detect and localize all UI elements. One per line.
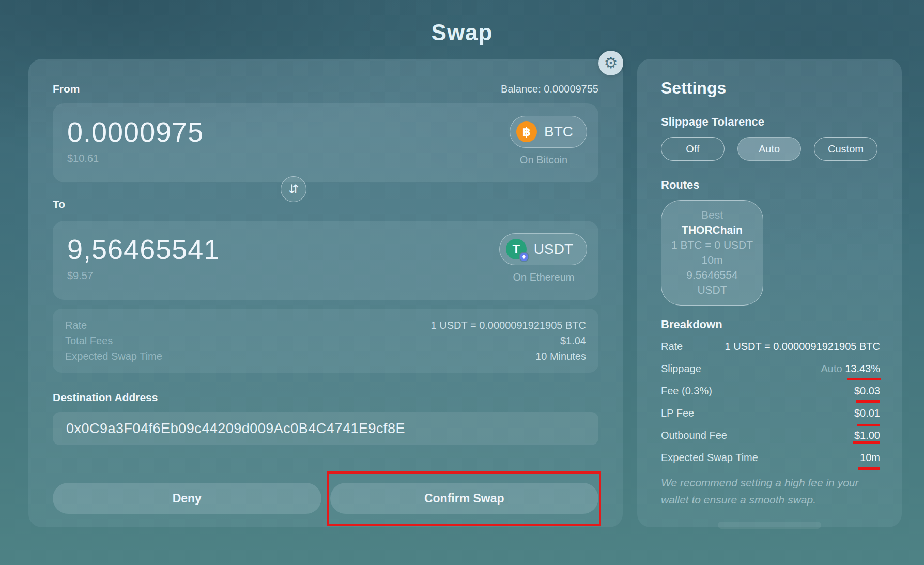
confirm-swap-button[interactable]: Confirm Swap [330, 483, 599, 514]
slippage-off-button[interactable]: Off [661, 137, 725, 161]
from-token-box: 0.0000975 $10.61 ฿ BTC On Bitcoin [53, 103, 598, 182]
to-label: To [53, 198, 65, 210]
slippage-tolerance-label: Slippage Tolarence [661, 115, 880, 129]
settings-panel: Settings Slippage Tolarence Off Auto Cus… [637, 59, 902, 527]
route-amount: 9.5646554 [665, 267, 760, 282]
swap-summary-box: Rate 1 USDT = 0.0000091921905 BTC Total … [53, 309, 598, 373]
from-amount-input[interactable]: 0.0000975 [67, 116, 586, 148]
breakdown-label: Breakdown [661, 318, 880, 331]
route-time: 10m [665, 252, 760, 267]
from-label: From [53, 83, 80, 95]
red-underline-annotation [858, 467, 880, 470]
swap-direction-icon: ⇵ [288, 182, 299, 196]
route-provider: THORChain [665, 222, 760, 237]
breakdown-row-outbound-fee: Outbound Fee $1.00 [661, 424, 880, 447]
faded-element [718, 522, 821, 529]
to-token-box: 9,56465541 $9.57 T ♦ USDT On Ethereum [53, 221, 598, 300]
page-title: Swap [0, 20, 924, 45]
destination-address-input[interactable]: 0x0C9a3F04f6Eb09c44209d009Ac0B4C4741E9cf… [53, 412, 598, 445]
route-option-best[interactable]: Best THORChain 1 BTC = 0 USDT 10m 9.5646… [661, 200, 763, 306]
settings-title: Settings [661, 79, 880, 98]
slippage-custom-button[interactable]: Custom [814, 137, 877, 161]
to-token-name: USDT [534, 241, 573, 257]
swap-card: From Balance: 0.00009755 0.0000975 $10.6… [28, 59, 623, 527]
slippage-auto-button[interactable]: Auto [737, 137, 801, 161]
from-chain-label: On Bitcoin [500, 154, 587, 166]
summary-row-swap-time: Expected Swap Time 10 Minutes [65, 348, 586, 364]
breakdown-row-slippage: Slippage Auto 13.43% [661, 358, 880, 380]
route-best-badge: Best [665, 207, 760, 222]
eth-badge-icon: ♦ [519, 252, 529, 262]
breakdown-row-lp-fee: LP Fee $0.01 [661, 402, 880, 424]
breakdown-row-fee: Fee (0.3%) $0.03 [661, 380, 880, 402]
route-rate: 1 BTC = 0 USDT [665, 237, 760, 252]
to-token-selector[interactable]: T ♦ USDT [499, 233, 587, 265]
deny-button[interactable]: Deny [53, 483, 321, 514]
breakdown-row-rate: Rate 1 USDT = 0.0000091921905 BTC [661, 335, 880, 358]
breakdown-row-swap-time: Expected Swap Time 10m [661, 447, 880, 469]
from-token-selector[interactable]: ฿ BTC [510, 116, 587, 148]
summary-row-rate: Rate 1 USDT = 0.0000091921905 BTC [65, 317, 586, 333]
fee-recommendation-note: We recommend setting a high fee in your … [661, 474, 883, 508]
btc-icon: ฿ [516, 121, 537, 142]
summary-row-total-fees: Total Fees $1.04 [65, 333, 586, 348]
swap-direction-button[interactable]: ⇵ [281, 176, 306, 202]
route-token: USDT [665, 282, 760, 297]
swap-page: Swap ⚙ From Balance: 0.00009755 0.000097… [0, 0, 924, 565]
to-chain-label: On Ethereum [500, 271, 587, 283]
routes-label: Routes [661, 178, 880, 192]
from-token-name: BTC [544, 124, 573, 140]
destination-address-label: Destination Address [53, 391, 598, 404]
balance-text: Balance: 0.00009755 [501, 83, 598, 95]
